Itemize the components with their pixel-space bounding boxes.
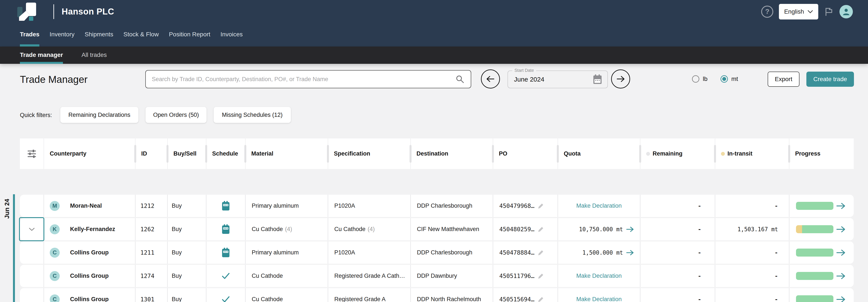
brand-name: Hanson PLC [62, 0, 114, 23]
make-declaration-link[interactable]: Make Declaration [576, 296, 622, 302]
edit-po-pencil-icon[interactable] [537, 203, 544, 209]
person-icon [842, 7, 850, 16]
language-select[interactable]: English [779, 4, 818, 20]
user-avatar[interactable] [839, 5, 853, 19]
radio-selected-icon [720, 75, 728, 83]
column-header-remaining: Remaining [641, 139, 715, 169]
specification-cell: P1020A [328, 195, 410, 217]
counterparty-name: Collins Group [70, 296, 109, 302]
table-row[interactable]: C Collins Group 1274 Buy Cu Cathode Regi… [20, 265, 854, 287]
edit-po-pencil-icon[interactable] [537, 226, 544, 233]
remaining-cell: - [641, 195, 715, 217]
progress-bar [796, 248, 833, 256]
filter-chip-missing-schedules[interactable]: Missing Schedules (12) [214, 107, 291, 123]
flag-icon[interactable] [824, 7, 834, 17]
nav-tab-trades[interactable]: Trades [20, 23, 39, 47]
arrow-right-icon [616, 74, 625, 84]
avatar: C [50, 295, 60, 302]
remaining-cell: - [641, 218, 715, 240]
table-row[interactable]: C Collins Group 1301 Buy Cu Cathode Regi… [20, 288, 854, 302]
table-row[interactable]: K Kelly-Fernandez 1262 Buy Cu Cathode(4)… [20, 218, 854, 240]
quota-arrow-icon[interactable] [626, 226, 634, 232]
column-header-id: ID [135, 139, 167, 169]
table-row[interactable]: M Moran-Neal 1212 Buy Primary aluminum P… [20, 195, 854, 217]
start-date-field[interactable]: Start Date June 2024 [507, 70, 608, 88]
po-number: 450511796… [499, 273, 534, 279]
quota-cell: Make Declaration [558, 195, 640, 217]
chevron-down-icon [807, 10, 813, 13]
subnav-tab-trade-manager[interactable]: Trade manager [20, 47, 63, 64]
progress-bar [796, 202, 833, 210]
nav-tab-invoices[interactable]: Invoices [221, 23, 243, 47]
edit-po-pencil-icon[interactable] [537, 273, 544, 279]
prev-month-button[interactable] [481, 69, 500, 89]
nav-tab-inventory[interactable]: Inventory [50, 23, 74, 47]
expander-chevron-down-icon[interactable] [29, 228, 35, 231]
make-declaration-link[interactable]: Make Declaration [576, 203, 622, 209]
help-icon[interactable]: ? [761, 6, 773, 18]
export-button[interactable]: Export [768, 71, 800, 87]
specification-cell: Registered Grade A Cath… [328, 265, 410, 287]
column-settings-icon[interactable] [27, 149, 37, 158]
quota-value: 10,750.000 mt [579, 226, 623, 233]
in-transit-dot [721, 152, 725, 156]
counterparty-cell: C Collins Group [44, 241, 135, 264]
schedule-calendar-icon[interactable] [221, 248, 230, 258]
masthead-actions: ? English [761, 0, 853, 23]
filter-chip-remaining-declarations[interactable]: Remaining Declarations [60, 107, 138, 123]
po-number: 450478884… [499, 249, 534, 256]
nav-tab-shipments[interactable]: Shipments [85, 23, 113, 47]
create-trade-button[interactable]: Create trade [806, 71, 854, 87]
row-expander-cell [20, 288, 43, 302]
next-month-button[interactable] [611, 69, 630, 89]
trade-id-link[interactable]: 1274 [135, 265, 167, 287]
subnav-tab-all-trades[interactable]: All trades [82, 47, 107, 64]
po-cell: 450511796… [493, 265, 557, 287]
trade-id-link[interactable]: 1212 [135, 195, 167, 217]
table-row[interactable]: C Collins Group 1211 Buy Primary aluminu… [20, 241, 854, 264]
unit-radio-mt[interactable]: mt [720, 75, 738, 83]
destination-cell: DDP North Rachelmouth [411, 288, 493, 302]
remaining-dot [646, 152, 650, 156]
nav-tab-stock-flow[interactable]: Stock & Flow [123, 23, 159, 47]
po-cell: 450515694… [493, 288, 557, 302]
column-header-specification: Specification [328, 139, 410, 169]
buy-sell-cell: Buy [168, 195, 206, 217]
schedule-calendar-icon[interactable] [221, 201, 230, 211]
in-transit-label: In-transit [727, 150, 752, 157]
trade-id-link[interactable]: 1211 [135, 241, 167, 264]
filter-chip-open-orders[interactable]: Open Orders (50) [146, 107, 207, 123]
open-trade-arrow-icon[interactable] [836, 225, 846, 233]
column-header-progress: Progress [789, 139, 854, 169]
language-value: English [784, 8, 804, 15]
quota-arrow-icon[interactable] [626, 250, 634, 256]
column-header-destination: Destination [411, 139, 493, 169]
search-box [145, 70, 471, 88]
edit-po-pencil-icon[interactable] [537, 296, 544, 302]
trade-id-link[interactable]: 1301 [135, 288, 167, 302]
quota-cell: Make Declaration [558, 265, 640, 287]
search-input[interactable] [146, 70, 455, 88]
edit-po-pencil-icon[interactable] [537, 249, 544, 256]
material-cell: Cu Cathode(4) [246, 218, 328, 240]
schedule-calendar-icon[interactable] [221, 224, 230, 234]
unit-radio-lb[interactable]: lb [692, 75, 708, 83]
progress-cell [789, 218, 854, 240]
secondary-nav: Trade manager All trades [0, 47, 868, 64]
open-trade-arrow-icon[interactable] [836, 249, 846, 256]
make-declaration-link[interactable]: Make Declaration [576, 273, 622, 279]
in-transit-cell: 1,503.167 mt [715, 218, 789, 240]
page-title: Trade Manager [20, 73, 88, 85]
open-trade-arrow-icon[interactable] [836, 296, 846, 302]
column-header-counterparty: Counterparty [44, 139, 135, 169]
nav-tab-position-report[interactable]: Position Report [169, 23, 210, 47]
progress-cell [789, 265, 854, 287]
calendar-icon[interactable] [593, 74, 602, 84]
open-trade-arrow-icon[interactable] [836, 272, 846, 280]
primary-nav: Trades Inventory Shipments Stock & Flow … [20, 23, 243, 47]
open-trade-arrow-icon[interactable] [836, 202, 846, 210]
avatar: M [50, 201, 60, 211]
brand-logo-icon [17, 3, 37, 22]
search-icon[interactable] [455, 74, 465, 84]
trade-id-link[interactable]: 1262 [135, 218, 167, 240]
